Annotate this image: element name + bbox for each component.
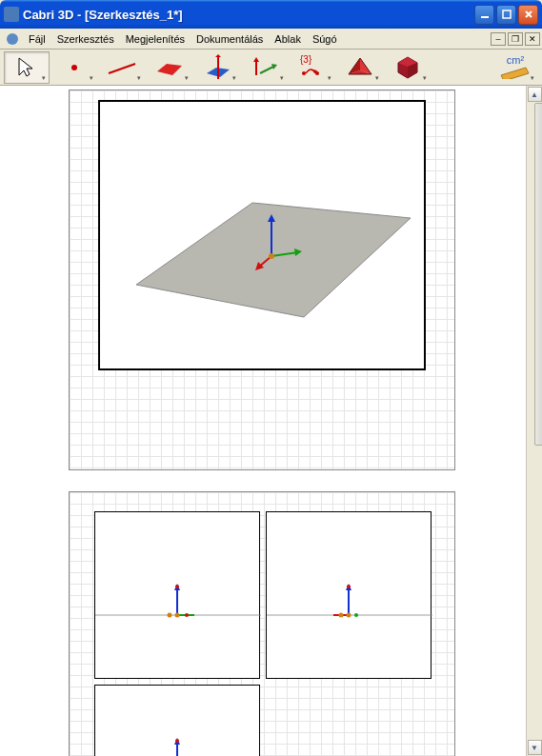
measure-label: cm² [507, 54, 524, 66]
perpendicular-icon [201, 54, 233, 81]
menu-edit[interactable]: Szerkesztés [51, 31, 120, 47]
menu-bar: Fájl Szerkesztés Megjelenítés Dokumentál… [0, 29, 542, 50]
tool-transformation[interactable]: {3} ▾ [290, 51, 335, 84]
scene-2d-3 [95, 686, 261, 756]
dropdown-arrow-icon: ▾ [90, 74, 93, 82]
menu-view[interactable]: Megjelenítés [120, 31, 191, 47]
svg-point-10 [302, 71, 306, 75]
polyhedron-icon [394, 55, 421, 80]
dropdown-arrow-icon: ▾ [328, 74, 331, 82]
dropdown-arrow-icon: ▾ [423, 74, 427, 82]
tool-solid[interactable]: ▾ [385, 51, 431, 84]
canvas-area[interactable] [0, 86, 526, 756]
minimize-button[interactable] [474, 5, 494, 25]
svg-point-33 [339, 613, 344, 618]
svg-point-26 [175, 613, 180, 618]
dropdown-arrow-icon: ▾ [280, 74, 284, 82]
svg-point-35 [354, 613, 358, 617]
dropdown-arrow-icon: ▾ [531, 74, 534, 82]
maximize-icon [502, 10, 512, 19]
mdi-close-button[interactable]: ✕ [525, 32, 540, 46]
view-bottom-left[interactable] [94, 685, 260, 756]
minimize-icon [480, 10, 490, 19]
svg-point-19 [269, 253, 274, 259]
mdi-controls: – ❐ ✕ [491, 32, 540, 46]
scene-2d-2 [267, 512, 432, 680]
ruler-icon [499, 66, 532, 79]
tool-surface[interactable]: ▾ [147, 51, 192, 84]
document-page-2 [69, 491, 455, 756]
main-toolbar: ▾ ▾ ▾ ▾ ▾ ▾ {3} [0, 50, 542, 86]
dropdown-arrow-icon: ▾ [185, 74, 189, 82]
app-icon [4, 7, 19, 22]
scene-2d-1 [95, 512, 261, 680]
svg-point-34 [347, 613, 351, 618]
close-button[interactable] [518, 5, 538, 25]
window-controls [474, 5, 538, 25]
svg-point-31 [347, 585, 351, 588]
menu-document[interactable]: Dokumentálás [191, 31, 269, 47]
cursor-icon [15, 55, 38, 80]
window-title: Cabri 3D - [Szerkesztés_1*] [23, 8, 474, 22]
svg-point-38 [175, 739, 179, 743]
menu-file[interactable]: Fájl [23, 31, 51, 47]
svg-point-27 [185, 613, 189, 617]
dropdown-arrow-icon: ▾ [375, 74, 379, 82]
dropdown-arrow-icon: ▾ [42, 74, 46, 82]
svg-point-3 [71, 65, 77, 70]
scroll-up-button[interactable]: ▲ [528, 87, 542, 102]
mdi-restore-button[interactable]: ❐ [508, 32, 523, 46]
app-menu-icon [5, 31, 20, 47]
vertical-scrollbar[interactable]: ▲ ▼ [526, 86, 542, 756]
scroll-down-button[interactable]: ▼ [528, 740, 542, 755]
view-top-right[interactable] [266, 511, 432, 679]
svg-point-2 [7, 33, 18, 45]
svg-marker-7 [253, 57, 259, 62]
tool-intersection[interactable]: ▾ [242, 51, 288, 84]
transformation-badge: {3} [300, 54, 311, 65]
tool-point[interactable]: ▾ [51, 51, 97, 84]
tool-line[interactable]: ▾ [99, 51, 145, 84]
title-bar: Cabri 3D - [Szerkesztés_1*] [0, 0, 542, 29]
scene-3d [100, 102, 428, 372]
maximize-button[interactable] [496, 5, 516, 25]
dropdown-arrow-icon: ▾ [232, 74, 236, 82]
tool-perpendicular[interactable]: ▾ [194, 51, 240, 84]
view3d-main[interactable] [98, 100, 426, 370]
document-page-1 [69, 90, 455, 470]
scrollbar-thumb[interactable] [534, 103, 542, 446]
dropdown-arrow-icon: ▾ [137, 74, 141, 82]
tool-measure[interactable]: cm² ▾ [492, 51, 538, 84]
surface-icon [153, 56, 186, 79]
tool-select[interactable]: ▾ [4, 51, 50, 84]
menu-help[interactable]: Súgó [307, 31, 343, 47]
line-icon [106, 56, 138, 79]
svg-rect-0 [481, 16, 489, 18]
point-icon [63, 56, 86, 79]
svg-line-4 [109, 64, 135, 73]
menu-window[interactable]: Ablak [269, 31, 307, 47]
svg-point-23 [175, 585, 179, 588]
view-top-left[interactable] [94, 511, 260, 679]
tool-polyhedra[interactable]: ▾ [337, 51, 383, 84]
mdi-minimize-button[interactable]: – [491, 32, 506, 46]
tetrahedron-icon [346, 55, 374, 80]
svg-point-25 [168, 613, 172, 618]
intersection-icon [251, 56, 279, 79]
close-icon [524, 10, 533, 19]
svg-rect-1 [503, 10, 511, 18]
workspace: ▲ ▼ [0, 86, 542, 756]
